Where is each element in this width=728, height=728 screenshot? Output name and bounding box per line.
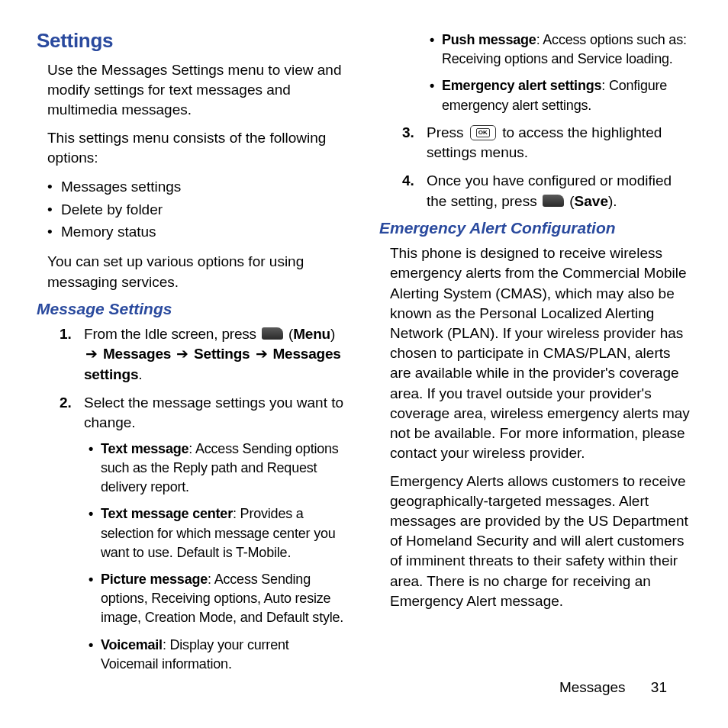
intro-bullet-list: Messages settings Delete by folder Memor… xyxy=(47,176,349,243)
list-item: Delete by folder xyxy=(47,198,349,221)
step-3: Press to access the highlighted settings… xyxy=(402,123,691,163)
menu-label: Menu xyxy=(293,326,330,342)
intro-paragraph-3: You can set up various options for using… xyxy=(47,252,349,292)
softkey-icon xyxy=(543,195,564,207)
steps-list-right: Press to access the highlighted settings… xyxy=(402,123,691,211)
list-item: Voicemail: Display your current Voicemai… xyxy=(89,636,349,674)
step-text: Press xyxy=(427,124,468,140)
list-item: Emergency alert settings: Configure emer… xyxy=(430,76,691,114)
list-item: Picture message: Access Sending options,… xyxy=(89,570,349,628)
sub-bullet-list: Text message: Access Sending options suc… xyxy=(89,440,349,674)
arrow-icon: ➔ xyxy=(85,344,98,365)
step-text: Messages xyxy=(99,346,175,362)
list-item: Text message center: Provides a selectio… xyxy=(89,504,349,562)
list-item: Push message: Access options such as: Re… xyxy=(430,31,691,69)
step-text: ( xyxy=(565,193,575,209)
sub-label: Text message center xyxy=(101,506,233,521)
list-item: Memory status xyxy=(47,221,349,243)
save-label: Save xyxy=(575,193,608,209)
right-column: Push message: Access options such as: Re… xyxy=(379,29,691,681)
arrow-icon: ➔ xyxy=(176,344,188,365)
intro-paragraph-1: Use the Messages Settings menu to view a… xyxy=(47,60,349,121)
list-item: Text message: Access Sending options suc… xyxy=(89,440,349,498)
emergency-paragraph-1: This phone is designed to receive wirele… xyxy=(390,243,691,463)
page-title: Settings xyxy=(37,29,349,53)
footer-page-number: 31 xyxy=(651,679,667,695)
softkey-icon xyxy=(262,327,283,340)
steps-list-left: From the Idle screen, press (Menu) ➔ Mes… xyxy=(60,324,349,674)
step-text: Select the message settings you want to … xyxy=(84,395,343,431)
emergency-heading: Emergency Alert Configuration xyxy=(379,219,691,237)
sub-label: Emergency alert settings xyxy=(442,78,601,93)
footer-section: Messages xyxy=(559,679,626,695)
step-2: Select the message settings you want to … xyxy=(60,393,349,674)
sub-label: Push message xyxy=(442,32,536,47)
page-footer: Messages 31 xyxy=(559,679,667,696)
sub-bullet-list-right: Push message: Access options such as: Re… xyxy=(430,31,691,115)
step-text: . xyxy=(138,366,142,382)
step-4: Once you have configured or modified the… xyxy=(402,171,691,211)
step-text: From the Idle screen, press xyxy=(84,326,260,342)
step-1: From the Idle screen, press (Menu) ➔ Mes… xyxy=(60,324,349,385)
ok-button-icon xyxy=(470,125,496,140)
step-text: Settings xyxy=(190,346,254,362)
message-settings-heading: Message Settings xyxy=(37,300,349,318)
step-text: ). xyxy=(608,193,617,209)
arrow-icon: ➔ xyxy=(256,344,268,365)
step-text: ) xyxy=(330,326,335,342)
step-text: ( xyxy=(285,326,293,342)
emergency-paragraph-2: Emergency Alerts allows customers to rec… xyxy=(390,472,691,612)
sub-label: Text message xyxy=(101,441,188,456)
intro-paragraph-2: This settings menu consists of the follo… xyxy=(47,128,349,168)
list-item: Messages settings xyxy=(47,176,349,198)
sub-label: Picture message xyxy=(101,572,208,587)
sub-label: Voicemail xyxy=(101,637,163,652)
left-column: Settings Use the Messages Settings menu … xyxy=(37,29,349,681)
